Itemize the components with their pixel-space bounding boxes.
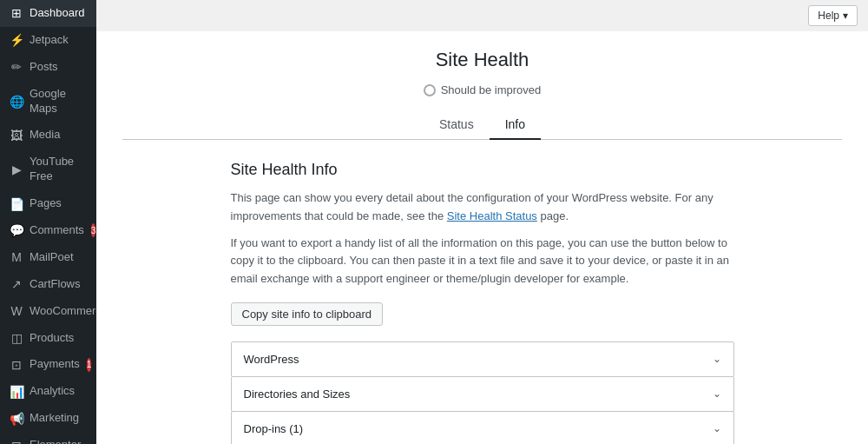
sidebar-item-label: Jetpack [30,33,69,48]
sidebar-item-label: YouTube Free [30,155,88,184]
payments-icon: ⊡ [9,358,24,372]
sidebar-item-label: Posts [30,60,58,75]
accordion-label-wordpress: WordPress [244,353,299,366]
topbar: Help ▾ [96,0,868,31]
help-button[interactable]: Help ▾ [808,5,858,26]
youtube-free-icon: ▶ [9,162,24,176]
sidebar-item-label: Pages [30,196,62,211]
comments-icon: 💬 [9,223,24,237]
status-text: Should be improved [441,83,542,96]
accordion-label-drop-ins: Drop-ins (1) [244,422,304,435]
dashboard-icon: ⊞ [9,6,24,20]
status-circle-icon [424,84,436,96]
chevron-down-icon: ⌄ [713,353,721,365]
sidebar-item-posts[interactable]: ✏Posts [0,54,96,81]
page-title: Site Health [122,49,842,71]
chevron-down-icon: ⌄ [713,422,721,434]
sidebar-item-products[interactable]: ◫Products [0,325,96,352]
sidebar-item-label: Products [30,331,74,346]
cartflows-icon: ↗ [9,277,24,291]
sidebar-item-google-maps[interactable]: 🌐Google Maps [0,81,96,123]
sidebar-item-payments[interactable]: ⊡Payments1 [0,351,96,378]
analytics-icon: 📊 [9,385,24,399]
mailpoet-icon: M [9,250,24,264]
sidebar-item-analytics[interactable]: 📊Analytics [0,378,96,405]
sidebar-item-comments[interactable]: 💬Comments3 [0,217,96,244]
sidebar-item-label: Dashboard [30,6,85,21]
sidebar-item-woocommerce[interactable]: WWooCommerce [0,298,96,325]
products-icon: ◫ [9,331,24,345]
sidebar-item-label: Google Maps [30,87,88,116]
tab-info[interactable]: Info [490,110,541,140]
tabs: Status Info [122,110,842,140]
chevron-down-icon: ▾ [843,10,848,22]
accordion-item-wordpress: WordPress⌄ [231,341,734,377]
sidebar-item-marketing[interactable]: 📢Marketing [0,405,96,432]
sidebar-item-media[interactable]: 🖼Media [0,122,96,149]
sidebar: ⊞Dashboard⚡Jetpack✏Posts🌐Google Maps🖼Med… [0,0,96,444]
sidebar-item-mailpoet[interactable]: MMailPoet [0,244,96,271]
sidebar-item-jetpack[interactable]: ⚡Jetpack [0,27,96,54]
sidebar-item-label: Marketing [30,411,79,426]
sidebar-item-label: WooCommerce [30,304,96,319]
accordion-item-directories: Directories and Sizes⌄ [231,376,734,412]
jetpack-icon: ⚡ [9,33,24,47]
accordion-header-directories[interactable]: Directories and Sizes⌄ [232,377,733,411]
content-area: Site Health Should be improved Status In… [96,31,868,444]
sidebar-item-label: Analytics [30,384,75,399]
accordion-header-drop-ins[interactable]: Drop-ins (1)⌄ [232,412,733,444]
site-health-status-link[interactable]: Site Health Status [447,209,537,222]
tab-status[interactable]: Status [424,110,490,140]
sidebar-badge: 3 [91,223,96,237]
sidebar-item-label: Media [30,128,60,142]
status-indicator: Should be improved [122,83,842,96]
help-label: Help [818,10,839,22]
posts-icon: ✏ [9,60,24,74]
accordion-header-wordpress[interactable]: WordPress⌄ [232,342,733,376]
accordion: WordPress⌄Directories and Sizes⌄Drop-ins… [231,341,734,444]
woocommerce-icon: W [9,304,24,318]
copy-site-info-button[interactable]: Copy site info to clipboard [231,302,384,326]
elementor-icon: ⊟ [9,439,24,444]
info-desc-1: This page can show you every detail abou… [231,189,734,226]
main-content: Help ▾ Site Health Should be improved St… [96,0,868,444]
sidebar-item-label: Comments [30,223,84,238]
info-desc-2: If you want to export a handy list of al… [231,235,734,288]
sidebar-item-youtube-free[interactable]: ▶YouTube Free [0,149,96,190]
marketing-icon: 📢 [9,412,24,426]
sidebar-item-label: MailPoet [30,250,74,265]
sidebar-item-label: Elementor [30,438,81,444]
sidebar-item-dashboard[interactable]: ⊞Dashboard [0,0,96,27]
media-icon: 🖼 [9,129,24,142]
sidebar-item-cartflows[interactable]: ↗CartFlows [0,271,96,298]
sidebar-item-pages[interactable]: 📄Pages [0,190,96,217]
accordion-item-drop-ins: Drop-ins (1)⌄ [231,411,734,444]
sidebar-badge: 1 [87,358,92,372]
info-container: Site Health Info This page can show you … [231,161,734,444]
sidebar-item-elementor[interactable]: ⊟Elementor [0,432,96,444]
accordion-label-directories: Directories and Sizes [244,388,351,401]
sidebar-item-label: Payments [30,357,80,372]
sidebar-item-label: CartFlows [30,277,81,292]
info-title: Site Health Info [231,161,734,179]
chevron-down-icon: ⌄ [713,388,721,400]
pages-icon: 📄 [9,197,24,211]
google-maps-icon: 🌐 [9,95,24,109]
